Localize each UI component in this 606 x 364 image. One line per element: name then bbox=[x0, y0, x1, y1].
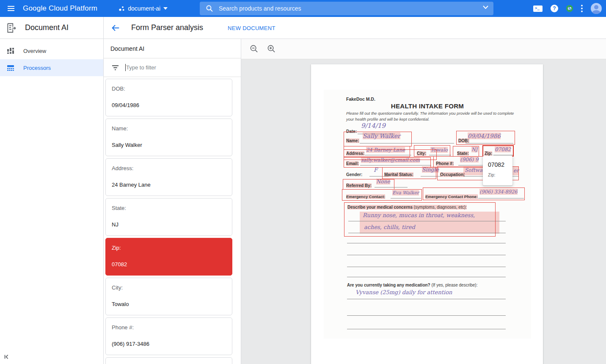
scanned-form: FakeDoc M.D. HEALTH INTAKE FORM Please f… bbox=[324, 90, 531, 339]
topbar-actions: >_ ? 5 bbox=[533, 0, 602, 17]
help-icon[interactable]: ? bbox=[551, 5, 558, 12]
sidebar-item-processors[interactable]: Processors bbox=[0, 59, 103, 76]
field-card-zip-selected[interactable]: Zip: 07082 bbox=[105, 238, 232, 276]
sidebar-item-overview[interactable]: Overview bbox=[0, 42, 103, 59]
gender-handwriting: F bbox=[374, 167, 377, 173]
emergency-contact-handwriting: Eva Walker bbox=[392, 190, 419, 196]
search-input[interactable]: Search products and resources bbox=[200, 2, 493, 15]
field-label: Address: bbox=[112, 165, 226, 171]
collapse-sidebar-icon[interactable] bbox=[3, 353, 10, 362]
concerns-handwriting-2: aches, chills, tired bbox=[364, 224, 415, 230]
form-instructions-2: your health profile and will be kept con… bbox=[346, 117, 430, 121]
search-placeholder: Search products and resources bbox=[219, 5, 301, 12]
zip-handwriting: 07082 bbox=[495, 146, 511, 152]
project-selector[interactable]: document-ai bbox=[118, 5, 168, 12]
field-value: Sally Walker bbox=[112, 142, 226, 148]
gcp-logo[interactable]: Google Cloud Platform bbox=[23, 4, 97, 13]
sidebar-item-label: Overview bbox=[23, 48, 46, 54]
name-label: Name: bbox=[346, 138, 359, 143]
field-value: 07082 bbox=[112, 261, 226, 267]
field-card-partial[interactable] bbox=[105, 357, 232, 364]
email-label: Email: bbox=[346, 161, 359, 166]
overview-icon bbox=[7, 47, 14, 55]
search-chevron-down-icon[interactable] bbox=[483, 6, 488, 9]
filter-placeholder: Type to filter bbox=[126, 64, 156, 71]
name-handwriting: Sally Walker bbox=[363, 132, 400, 139]
back-button[interactable] bbox=[111, 23, 120, 34]
phone-label: Phone #: bbox=[436, 161, 454, 166]
occupation-handwriting: Softwa bbox=[465, 167, 482, 173]
app-window: Google Cloud Platform document-ai Search… bbox=[0, 0, 606, 364]
field-card-dob[interactable]: DOB: 09/04/1986 bbox=[105, 79, 232, 116]
document-panel: FakeDoc M.D. HEALTH INTAKE FORM Please f… bbox=[241, 39, 606, 364]
notifications-badge[interactable]: 5 bbox=[566, 5, 573, 12]
hamburger-menu-icon[interactable] bbox=[5, 3, 17, 14]
address-handwriting: 24 Barney Lane bbox=[366, 147, 405, 153]
document-toolbar bbox=[241, 39, 606, 59]
field-value: 09/04/1986 bbox=[112, 102, 226, 108]
occupation-label: Occupation: bbox=[440, 172, 465, 177]
field-value: NJ bbox=[112, 221, 226, 228]
zip-tooltip-value: 07082 bbox=[488, 161, 512, 168]
clinic-name: FakeDoc M.D. bbox=[346, 97, 375, 102]
field-card-list: DOB: 09/04/1986 Name: Sally Walker Addre… bbox=[104, 77, 241, 364]
concerns-handwriting-1: Runny nose, mucas in throat, weakness, bbox=[363, 212, 475, 218]
processors-icon bbox=[7, 64, 14, 72]
city-label: City: bbox=[417, 151, 426, 156]
zoom-out-icon[interactable] bbox=[250, 44, 259, 53]
project-chevron-down-icon bbox=[163, 7, 168, 10]
field-label: State: bbox=[112, 205, 226, 211]
field-label: DOB: bbox=[112, 85, 226, 92]
field-card-city[interactable]: City: Towalo bbox=[105, 278, 232, 315]
emergency-contact-label: Emergency Contact: bbox=[346, 194, 385, 199]
avatar[interactable] bbox=[591, 3, 602, 14]
medication-question: Are you currently taking any medication? bbox=[347, 283, 430, 287]
field-card-state[interactable]: State: NJ bbox=[105, 198, 232, 236]
search-icon bbox=[206, 5, 213, 12]
field-label: Phone #: bbox=[112, 324, 226, 331]
marital-status-label: Marital Status: bbox=[384, 172, 413, 177]
concerns-question-rest: (symptoms, diagnoses, etc): bbox=[413, 205, 467, 210]
filter-icon bbox=[112, 65, 119, 71]
app-title-block: Document AI bbox=[0, 17, 104, 39]
page-header: Document AI Form Parser analysis NEW DOC… bbox=[0, 17, 606, 39]
project-icon bbox=[118, 6, 125, 12]
app-name: Document AI bbox=[25, 23, 69, 32]
field-card-name[interactable]: Name: Sally Walker bbox=[105, 119, 232, 156]
field-card-address[interactable]: Address: 24 Barney Lane bbox=[105, 158, 232, 196]
concerns-question: Describe your medical concerns bbox=[347, 205, 413, 210]
field-label: Name: bbox=[112, 125, 226, 132]
page-title: Form Parser analysis bbox=[131, 23, 203, 32]
email-handwriting: sally.walker@cmail.com bbox=[361, 157, 420, 163]
project-name: document-ai bbox=[128, 5, 160, 12]
zoom-in-icon[interactable] bbox=[267, 44, 276, 53]
field-value: (906) 917-3486 bbox=[112, 341, 226, 347]
dob-handwriting: 09/04/1986 bbox=[468, 132, 501, 139]
sidebar-item-label: Processors bbox=[23, 65, 51, 71]
gcp-topbar: Google Cloud Platform document-ai Search… bbox=[0, 0, 606, 17]
state-handwriting: NJ bbox=[471, 146, 478, 152]
emergency-phone-label: Emergency Contact Phone: bbox=[425, 194, 478, 199]
document-canvas[interactable]: FakeDoc M.D. HEALTH INTAKE FORM Please f… bbox=[241, 59, 606, 364]
filter-input[interactable]: Type to filter bbox=[104, 58, 241, 77]
medication-handwriting: Vyvanse (25mg) daily for attention bbox=[355, 289, 452, 295]
field-label: City: bbox=[112, 284, 226, 291]
occupation-handwriting-tail: er bbox=[513, 168, 519, 174]
zip-label: Zip: bbox=[485, 151, 492, 156]
document-ai-icon bbox=[6, 22, 17, 33]
cloud-shell-icon[interactable]: >_ bbox=[533, 6, 543, 12]
text-cursor bbox=[125, 64, 126, 71]
address-label: Address: bbox=[346, 151, 364, 156]
zip-tooltip-label: Zip: bbox=[488, 172, 512, 177]
new-document-button[interactable]: NEW DOCUMENT bbox=[228, 25, 275, 31]
field-card-phone[interactable]: Phone #: (906) 917-3486 bbox=[105, 317, 232, 355]
kebab-menu-icon[interactable] bbox=[581, 5, 583, 12]
state-label: State: bbox=[457, 151, 469, 156]
zip-tooltip: 07082 Zip: bbox=[483, 156, 512, 185]
fields-panel: Document AI Type to filter DOB: 09/04/19… bbox=[104, 39, 241, 364]
gender-label: Gender: bbox=[346, 172, 362, 177]
document-page: FakeDoc M.D. HEALTH INTAKE FORM Please f… bbox=[311, 64, 543, 364]
referred-by-label: Referred By: bbox=[346, 183, 372, 188]
date-label: Date: bbox=[346, 129, 357, 134]
form-instructions-1: Please fill out the questionnaire carefu… bbox=[346, 111, 514, 116]
